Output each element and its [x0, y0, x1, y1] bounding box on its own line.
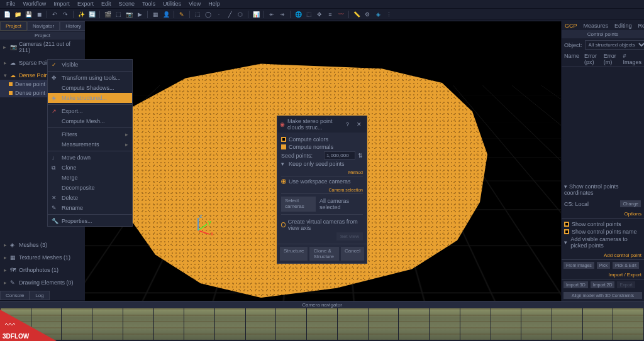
cm-delete[interactable]: ✕Delete: [48, 193, 132, 203]
camera-thumb[interactable]: [246, 308, 276, 340]
camera-thumb[interactable]: [369, 308, 399, 340]
tree-meshes[interactable]: ▸◈Meshes (3): [0, 241, 85, 249]
new-project-icon[interactable]: 📄: [3, 10, 11, 19]
lasso-icon[interactable]: ◯: [204, 10, 213, 19]
cb-show-cp-name[interactable]: [564, 229, 569, 234]
mesh-icon[interactable]: ◈: [374, 10, 382, 19]
open-icon[interactable]: 📁: [13, 10, 22, 19]
menu-file[interactable]: File: [3, 0, 19, 8]
tree-ortho[interactable]: ▸🗺Orthophotos (1): [0, 266, 85, 274]
menu-export[interactable]: Export: [74, 0, 97, 8]
pencil-icon[interactable]: ✎: [177, 10, 186, 19]
camera-strip[interactable]: [0, 308, 644, 340]
close-button[interactable]: ✕: [354, 121, 364, 127]
save-icon[interactable]: 💾: [24, 10, 33, 19]
cm-visible[interactable]: ✓Visible: [48, 60, 132, 70]
tab-console[interactable]: Console: [0, 291, 30, 300]
cm-move-down[interactable]: ↓Move down: [48, 153, 132, 163]
import-2d-button[interactable]: Import 2D: [591, 281, 615, 288]
cb-compute-colors[interactable]: [281, 137, 286, 142]
fwd-icon[interactable]: ↠: [278, 10, 287, 19]
camera-thumb[interactable]: [430, 308, 460, 340]
photo-icon[interactable]: 📷: [125, 10, 133, 19]
cb-show-cp[interactable]: [564, 222, 569, 227]
select-cameras-button[interactable]: Select cameras: [281, 197, 316, 212]
camera-thumb[interactable]: [491, 308, 521, 340]
select-icon[interactable]: ⬚: [193, 10, 202, 19]
camera-thumb[interactable]: [92, 308, 123, 340]
tab-registration[interactable]: Registration: [635, 21, 644, 30]
cm-properties[interactable]: 🔧Properties...: [48, 216, 132, 226]
save-dark-icon[interactable]: ◼: [35, 10, 43, 19]
menu-scene[interactable]: Scene: [114, 0, 138, 8]
line-icon[interactable]: ╱: [225, 10, 234, 19]
point-icon[interactable]: ·: [214, 10, 223, 19]
object-select[interactable]: All structured objects: [585, 40, 644, 50]
set-view-button[interactable]: Set view: [336, 232, 363, 241]
tab-project[interactable]: Project: [0, 21, 27, 31]
box-icon[interactable]: ⬚: [304, 10, 313, 19]
camera-thumb[interactable]: [552, 308, 582, 340]
seed-points-input[interactable]: [324, 151, 355, 160]
cm-measurements[interactable]: Measurements▸: [48, 139, 132, 149]
cm-clone[interactable]: ⧉Clone: [48, 163, 132, 173]
camera-thumb[interactable]: [123, 308, 153, 340]
tool-icon[interactable]: ⬚: [114, 10, 123, 19]
chart-icon[interactable]: 📊: [252, 10, 260, 19]
camera-thumb[interactable]: [521, 308, 552, 340]
camera-thumb[interactable]: [215, 308, 245, 340]
tree-textured[interactable]: ▸▦Textured Meshes (1): [0, 253, 85, 262]
axis-gizmo[interactable]: x y z: [192, 212, 217, 237]
from-images-button[interactable]: From images: [564, 262, 594, 269]
menu-view[interactable]: View: [185, 0, 204, 8]
camera-thumb[interactable]: [184, 308, 214, 340]
camera-thumb[interactable]: [276, 308, 306, 340]
cancel-button[interactable]: Cancel: [341, 247, 364, 261]
dots-icon[interactable]: ⋮: [384, 10, 393, 19]
back-icon[interactable]: ↞: [267, 10, 276, 19]
globe-icon[interactable]: 🌐: [294, 10, 303, 19]
export-button[interactable]: Export: [617, 281, 635, 288]
scene-icon[interactable]: 🎬: [103, 10, 112, 19]
tree-cameras[interactable]: ▸📷Cameras (211 out of 211): [0, 40, 85, 55]
clone-structure-button[interactable]: Clone & Structure: [309, 247, 339, 261]
spinner-icon[interactable]: ⇅: [358, 153, 363, 159]
poly-icon[interactable]: ⬡: [236, 10, 245, 19]
move-icon[interactable]: ✥: [315, 10, 324, 19]
cm-transform[interactable]: ✥Transform using tools...: [48, 73, 132, 83]
grid-icon[interactable]: ▦: [151, 10, 160, 19]
change-cs-button[interactable]: Change: [620, 200, 641, 207]
user-icon[interactable]: 👤: [162, 10, 170, 19]
menu-import[interactable]: Import: [50, 0, 74, 8]
tab-editing[interactable]: Editing: [611, 21, 635, 30]
menu-utilities[interactable]: Utilities: [159, 0, 185, 8]
radio-virtual[interactable]: [281, 222, 286, 227]
camera-thumb[interactable]: [338, 308, 368, 340]
tab-gcp[interactable]: GCP: [562, 21, 580, 30]
menu-workflow[interactable]: Workflow: [19, 0, 50, 8]
align-button[interactable]: Align model with 3D Constraints: [564, 292, 642, 299]
radio-workspace[interactable]: [281, 179, 286, 184]
cb-compute-normals[interactable]: [281, 144, 286, 149]
undo-icon[interactable]: ↶: [50, 10, 59, 19]
cm-rename[interactable]: ✎Rename: [48, 203, 132, 213]
layer-icon[interactable]: ≡: [326, 10, 335, 19]
redo-icon[interactable]: ↷: [61, 10, 70, 19]
tab-log[interactable]: Log: [30, 291, 49, 300]
menu-edit[interactable]: Edit: [97, 0, 115, 8]
structure-button[interactable]: Structure: [280, 247, 308, 261]
cm-make-structured[interactable]: ◈Make structured...: [48, 93, 132, 103]
rotate-icon[interactable]: 🔄: [87, 10, 96, 19]
cm-export[interactable]: ↗Export...: [48, 106, 132, 116]
tab-navigator[interactable]: Navigator: [27, 21, 60, 31]
camera-thumb[interactable]: [613, 308, 643, 340]
help-button[interactable]: ?: [343, 121, 352, 127]
menu-tools[interactable]: Tools: [138, 0, 159, 8]
camera-thumb[interactable]: [460, 308, 491, 340]
cm-filters[interactable]: Filters▸: [48, 129, 132, 139]
wave-icon[interactable]: 〰: [336, 10, 345, 19]
import-3d-button[interactable]: Import 3D: [564, 281, 588, 288]
ruler-icon[interactable]: 📏: [352, 10, 361, 19]
dialog-titlebar[interactable]: ◉ Make stereo point clouds struc... ? ✕: [277, 116, 367, 133]
tab-history[interactable]: History: [60, 21, 87, 31]
